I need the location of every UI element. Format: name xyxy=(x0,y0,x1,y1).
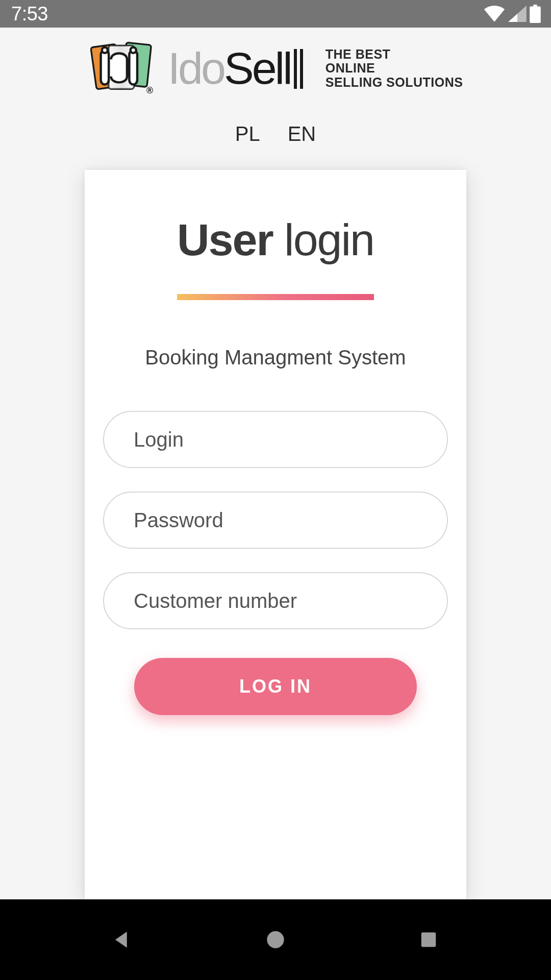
brand-bars-icon xyxy=(294,49,303,89)
status-icons xyxy=(484,5,541,23)
brand-word-ido: Ido xyxy=(168,46,224,91)
brand-tagline: THE BEST ONLINE SELLING SOLUTIONS xyxy=(325,47,463,90)
customer-number-input[interactable] xyxy=(103,572,448,629)
tagline-line: ONLINE xyxy=(325,61,463,76)
home-icon xyxy=(265,929,286,950)
svg-point-7 xyxy=(267,931,284,948)
lang-pl-button[interactable]: PL xyxy=(235,122,260,145)
svg-rect-8 xyxy=(421,933,436,947)
page-subtitle: Booking Managment System xyxy=(145,346,406,369)
tagline-line: THE BEST xyxy=(325,47,463,62)
status-bar: 7:53 xyxy=(0,0,551,28)
nav-recent-button[interactable] xyxy=(413,924,444,955)
tagline-line: SELLING SOLUTIONS xyxy=(325,76,463,90)
page-title: User login xyxy=(177,214,374,266)
language-switcher: PL EN xyxy=(235,122,316,145)
nav-back-button[interactable] xyxy=(107,924,138,955)
login-button[interactable]: LOG IN xyxy=(134,658,417,715)
brand-logo: ® IdoSell THE BEST ONLINE SELLING SOLUTI… xyxy=(88,40,463,97)
cell-signal-icon xyxy=(508,6,527,22)
brand-mark-icon: ® xyxy=(88,40,157,97)
svg-point-5 xyxy=(130,47,136,53)
recent-icon xyxy=(419,930,438,949)
svg-point-4 xyxy=(102,47,107,53)
back-icon xyxy=(112,929,133,950)
login-form xyxy=(103,411,448,629)
password-input[interactable] xyxy=(103,492,448,549)
app-content: ® IdoSell THE BEST ONLINE SELLING SOLUTI… xyxy=(0,28,551,899)
battery-icon xyxy=(530,5,541,23)
svg-text:®: ® xyxy=(146,85,153,95)
login-card: User login Booking Managment System LOG … xyxy=(85,170,466,899)
lang-en-button[interactable]: EN xyxy=(288,122,316,145)
brand-wordmark: IdoSell xyxy=(168,46,303,91)
title-accent xyxy=(177,294,374,300)
nav-home-button[interactable] xyxy=(260,924,291,955)
brand-word-sell: Sell xyxy=(224,46,291,91)
wifi-icon xyxy=(484,6,505,22)
login-input[interactable] xyxy=(103,411,448,468)
status-time: 7:53 xyxy=(11,3,48,25)
android-nav-bar xyxy=(0,899,551,980)
